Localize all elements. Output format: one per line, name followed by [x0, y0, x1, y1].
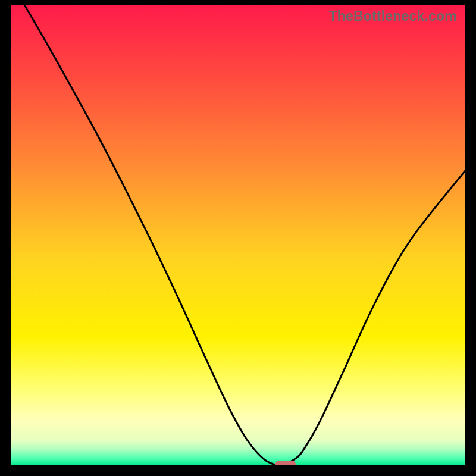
watermark-text: TheBottleneck.com: [328, 8, 457, 24]
svg-rect-1: [275, 461, 296, 465]
plot-area: TheBottleneck.com: [11, 5, 465, 465]
bottleneck-curve: [11, 5, 465, 465]
chart-frame: TheBottleneck.com: [0, 0, 476, 476]
